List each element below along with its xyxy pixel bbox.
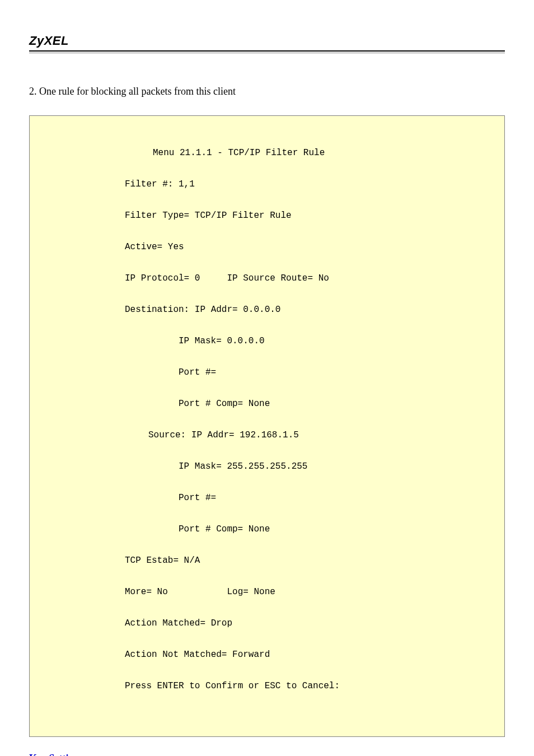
filter-num: Filter #: 1,1	[41, 176, 493, 192]
action-not-matched: Action Not Matched= Forward	[41, 647, 493, 662]
step-2-intro: 2. One rule for blocking all packets fro…	[29, 86, 505, 97]
tcp-estab: TCP Estab= N/A	[41, 553, 493, 568]
key-settings-heading: Key Settings:	[29, 753, 505, 756]
active: Active= Yes	[41, 239, 493, 255]
dest-ip: Destination: IP Addr= 0.0.0.0	[41, 302, 493, 318]
more-log: More= No Log= None	[41, 584, 493, 600]
ip-protocol: IP Protocol= 0 IP Source Route= No	[41, 270, 493, 286]
terminal-menu-box: Menu 21.1.1 - TCP/IP Filter Rule Filter …	[29, 115, 505, 737]
source-mask: IP Mask= 255.255.255.255	[41, 459, 493, 474]
press-enter: Press ENTER to Confirm or ESC to Cancel:	[41, 678, 493, 694]
menu-title: Menu 21.1.1 - TCP/IP Filter Rule	[41, 145, 493, 161]
source-port: Port #=	[41, 490, 493, 506]
source-port-comp: Port # Comp= None	[41, 521, 493, 537]
brand-logo: ZyXEL	[29, 34, 505, 52]
dest-port-comp: Port # Comp= None	[41, 396, 493, 412]
dest-mask: IP Mask= 0.0.0.0	[41, 333, 493, 349]
dest-port: Port #=	[41, 365, 493, 380]
action-matched: Action Matched= Drop	[41, 615, 493, 631]
filter-type: Filter Type= TCP/IP Filter Rule	[41, 208, 493, 223]
source-ip: Source: IP Addr= 192.168.1.5	[41, 427, 493, 443]
